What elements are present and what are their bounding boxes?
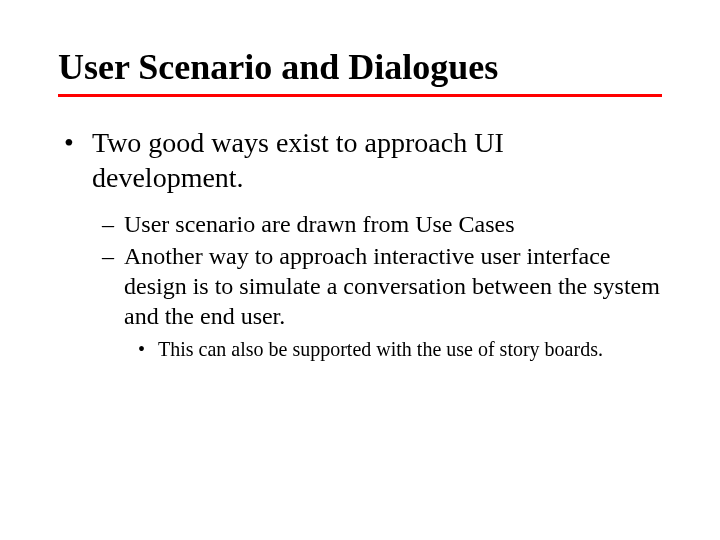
- bullet-level1: • Two good ways exist to approach UI dev…: [58, 125, 662, 195]
- dash-icon: –: [102, 209, 114, 239]
- bullet-level1-text: Two good ways exist to approach UI devel…: [92, 127, 504, 193]
- title-underline: [58, 94, 662, 97]
- bullet-level3-text: This can also be supported with the use …: [158, 338, 603, 360]
- dash-icon: –: [102, 241, 114, 271]
- bullet-level2-text: User scenario are drawn from Use Cases: [124, 211, 515, 237]
- bullet-icon: •: [64, 125, 74, 160]
- slide-title: User Scenario and Dialogues: [58, 48, 662, 88]
- bullet-icon: •: [138, 337, 145, 362]
- bullet-level2: – User scenario are drawn from Use Cases: [58, 209, 662, 239]
- bullet-level2-text: Another way to approach interactive user…: [124, 243, 660, 329]
- bullet-level2: – Another way to approach interactive us…: [58, 241, 662, 331]
- slide: User Scenario and Dialogues • Two good w…: [0, 0, 720, 362]
- bullet-level3: • This can also be supported with the us…: [58, 337, 662, 362]
